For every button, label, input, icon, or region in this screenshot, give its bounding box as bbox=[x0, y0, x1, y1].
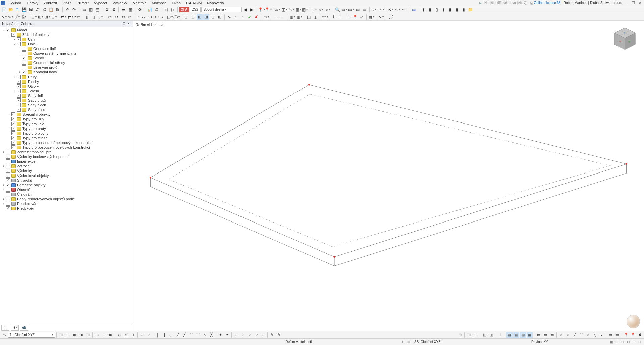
status-icon-b[interactable]: ⊞ bbox=[406, 340, 411, 344]
status-snap-e-icon[interactable]: ⊡ bbox=[632, 340, 636, 344]
tree-checkbox[interactable] bbox=[22, 51, 26, 55]
panel-a-icon[interactable]: ▥ bbox=[289, 14, 295, 20]
tree-node[interactable]: Typy pro linie bbox=[0, 121, 133, 126]
grid-a-icon[interactable]: ⊞ bbox=[183, 14, 189, 20]
folder-y-icon[interactable]: 📁 bbox=[468, 7, 474, 13]
shape-b-icon[interactable]: ◫ bbox=[312, 14, 318, 20]
final-a-icon[interactable]: ▦ bbox=[368, 14, 374, 20]
draw-k-icon[interactable]: ⟋ bbox=[260, 332, 266, 338]
tree-node[interactable]: Předvýběr bbox=[0, 206, 133, 211]
draw-i-icon[interactable]: ⟋ bbox=[247, 332, 253, 338]
snap-h-icon[interactable]: ⊞ bbox=[107, 332, 113, 338]
menu-moznosti[interactable]: Možnosti bbox=[149, 0, 169, 6]
box-drop-icon[interactable]: ▢ bbox=[167, 14, 173, 20]
tree-checkbox[interactable] bbox=[17, 89, 21, 93]
cloud-icon[interactable]: 🗋 bbox=[14, 7, 20, 13]
insert-c-icon[interactable]: ⊞ bbox=[44, 14, 50, 20]
snap-f-icon[interactable]: ⊞ bbox=[94, 332, 100, 338]
tree-checkbox[interactable] bbox=[11, 131, 15, 135]
wall-g-icon[interactable]: ▮ bbox=[461, 7, 467, 13]
menu-vlozit[interactable]: Vložit bbox=[60, 0, 74, 6]
tree-twisty-icon[interactable]: › bbox=[7, 117, 11, 121]
wall-f-icon[interactable]: ▮ bbox=[454, 7, 460, 13]
insert-a-icon[interactable]: ⊞ bbox=[31, 14, 37, 20]
draw-j-icon[interactable]: ⟋ bbox=[253, 332, 259, 338]
tree-node[interactable]: Typy pro plochy bbox=[0, 131, 133, 136]
tree-node[interactable]: Sady těles bbox=[0, 107, 133, 112]
trim-d-icon[interactable]: ✂ bbox=[127, 14, 133, 20]
tree-node[interactable]: Otvory bbox=[0, 84, 133, 89]
axis2-icon[interactable]: ⊥ bbox=[497, 332, 503, 338]
tree-node[interactable]: ›Pruty bbox=[0, 75, 133, 79]
arc4-icon[interactable]: ⌒ bbox=[578, 332, 584, 338]
view-cube[interactable]: -x -y z bbox=[612, 26, 638, 52]
menu-cadbim[interactable]: CAD-BIM bbox=[183, 0, 204, 6]
tree-twisty-icon[interactable]: › bbox=[2, 183, 5, 187]
tree-checkbox[interactable] bbox=[17, 94, 21, 98]
pencil-icon[interactable]: ✎ bbox=[8, 14, 14, 20]
tree-checkbox[interactable] bbox=[11, 122, 15, 126]
tree-twisty-icon[interactable]: › bbox=[2, 164, 5, 168]
grid-e-icon[interactable]: ⊞ bbox=[210, 14, 216, 20]
open-file-icon[interactable]: 📂 bbox=[8, 7, 14, 13]
tree-node[interactable]: ⌄Linie bbox=[0, 42, 133, 46]
wall-c-icon[interactable]: ▯ bbox=[434, 7, 440, 13]
x-red-icon[interactable]: ✘ bbox=[253, 14, 259, 20]
window-split-v-icon[interactable]: ▥ bbox=[88, 7, 94, 13]
tree-twisty-icon[interactable]: ⌄ bbox=[7, 33, 11, 36]
layers2-icon[interactable]: ▭ bbox=[362, 7, 368, 13]
tree-node[interactable]: Imperfekce bbox=[0, 159, 133, 164]
bracket-l-icon[interactable]: ⌐ bbox=[273, 14, 279, 20]
snap-k-icon[interactable]: ◇ bbox=[130, 332, 136, 338]
panel-restore-icon[interactable]: ❐ bbox=[122, 22, 126, 26]
mirror-icon[interactable]: ⟲ bbox=[74, 14, 80, 20]
curve-b-icon[interactable]: ∿ bbox=[233, 14, 239, 20]
planexz-icon[interactable]: ▭ bbox=[549, 332, 555, 338]
tree-node[interactable]: Typy pro tělesa bbox=[0, 136, 133, 140]
h3-icon[interactable]: ⊢ bbox=[345, 14, 351, 20]
undo-icon[interactable]: ↶ bbox=[64, 7, 70, 13]
tree-checkbox[interactable] bbox=[6, 183, 10, 187]
tree-twisty-icon[interactable]: › bbox=[13, 38, 16, 41]
tree-node[interactable]: Síť prvků bbox=[0, 178, 133, 183]
menu-okno[interactable]: Okno bbox=[169, 0, 183, 6]
tree-node[interactable]: ›Uzly bbox=[0, 37, 133, 42]
tree-checkbox[interactable] bbox=[11, 127, 15, 131]
tree-checkbox[interactable] bbox=[17, 37, 21, 41]
trim-a-icon[interactable]: ✂ bbox=[107, 14, 113, 20]
draw-l2-icon[interactable]: ╱ bbox=[181, 332, 187, 338]
tree-node[interactable]: ›Pomocné objekty bbox=[0, 183, 133, 187]
tree-checkbox[interactable] bbox=[6, 206, 10, 210]
tree-checkbox[interactable] bbox=[17, 103, 21, 107]
view-d2-icon[interactable]: ◫ bbox=[488, 332, 494, 338]
tool-c-icon[interactable]: ⟐ bbox=[325, 7, 331, 13]
circle4-icon[interactable]: ○ bbox=[585, 332, 591, 338]
combo-loadcase[interactable]: Spodní deska bbox=[201, 7, 241, 12]
print-icon[interactable]: 🖨 bbox=[35, 7, 41, 13]
restore-button[interactable]: ❐ bbox=[630, 1, 637, 5]
pin-red-icon[interactable]: 📍 bbox=[259, 7, 265, 13]
draw-d-icon[interactable]: ╳ bbox=[208, 332, 214, 338]
align-l-icon[interactable]: ▯ bbox=[84, 14, 90, 20]
snap-d-icon[interactable]: ⊞ bbox=[78, 332, 84, 338]
pinx-icon[interactable]: ✖ bbox=[637, 332, 643, 338]
cs-icon[interactable]: ⤡ bbox=[1, 332, 7, 338]
dim-c-icon[interactable]: ⟷ bbox=[150, 14, 156, 20]
tree-twisty-icon[interactable]: › bbox=[18, 70, 21, 74]
print-preview-icon[interactable]: 🖨 bbox=[41, 7, 47, 13]
tree-node[interactable]: Plochy bbox=[0, 79, 133, 84]
cube-icon[interactable]: ◫ bbox=[282, 7, 288, 13]
snap-g-icon[interactable]: ⊞ bbox=[101, 332, 107, 338]
draw-arc3-icon[interactable]: ⌒ bbox=[195, 332, 201, 338]
panel-b-icon[interactable]: ▥ bbox=[296, 14, 302, 20]
menu-zobrazit[interactable]: Zobrazit bbox=[41, 0, 60, 6]
tag-icon[interactable]: 🏷 bbox=[153, 7, 159, 13]
tree-checkbox[interactable] bbox=[6, 178, 10, 182]
tree-checkbox[interactable] bbox=[22, 56, 26, 60]
insert-d-icon[interactable]: ⊞ bbox=[51, 14, 57, 20]
align-r-icon[interactable]: ▯ bbox=[91, 14, 97, 20]
tree-checkbox[interactable] bbox=[11, 141, 15, 145]
tree-checkbox[interactable] bbox=[6, 188, 10, 192]
window-split-h-icon[interactable]: ▤ bbox=[94, 7, 100, 13]
model-canvas[interactable]: Režim viditelnosti bbox=[133, 21, 644, 331]
